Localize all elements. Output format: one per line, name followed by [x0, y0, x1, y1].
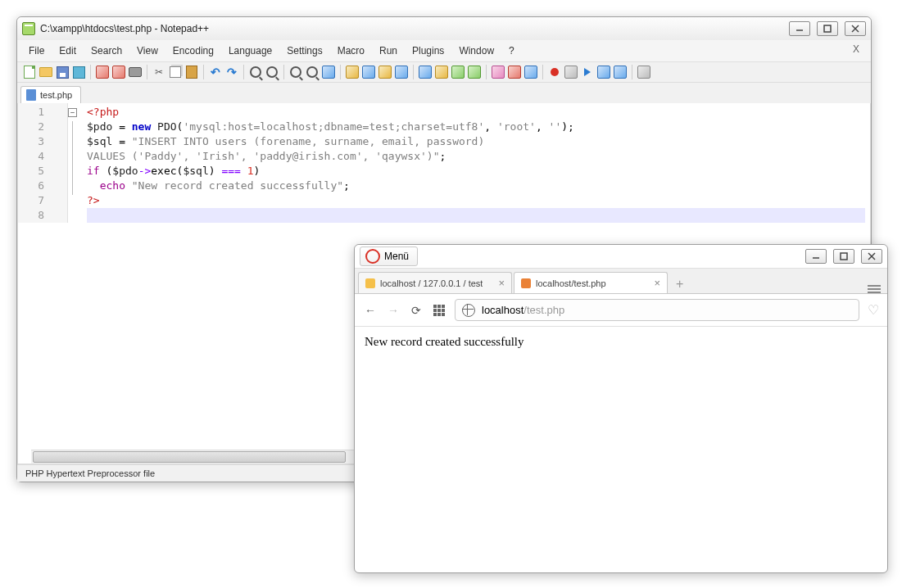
- opera-menu-label: Menü: [384, 251, 409, 262]
- fold-toggle-icon[interactable]: −: [68, 108, 77, 117]
- undo-icon[interactable]: ↶: [208, 65, 223, 79]
- notepad-toolbar: ✂ ↶ ↷: [17, 62, 871, 83]
- menu-encoding[interactable]: Encoding: [166, 42, 220, 60]
- paste-icon[interactable]: [184, 65, 199, 79]
- opera-menu-button[interactable]: Menü: [360, 247, 418, 266]
- file-tab[interactable]: test.php: [20, 86, 81, 103]
- toolbar-separator: [90, 65, 91, 79]
- redo-icon[interactable]: ↷: [224, 65, 239, 79]
- tool-icon[interactable]: [507, 65, 522, 79]
- browser-tab-label: localhost / 127.0.0.1 / test: [380, 278, 483, 288]
- all-chars-icon[interactable]: [361, 65, 376, 79]
- menu-file[interactable]: File: [22, 42, 51, 60]
- save-macro-icon[interactable]: [613, 65, 628, 79]
- phpmyadmin-favicon-icon: [365, 278, 375, 288]
- code-content[interactable]: <?php $pdo = new PDO('mysql:host=localho…: [82, 103, 870, 224]
- doc-map-icon[interactable]: [418, 65, 433, 79]
- page-content-text: New record created successfully: [365, 335, 524, 348]
- close-button[interactable]: [845, 21, 866, 36]
- toolbar-separator: [147, 65, 147, 79]
- print-icon[interactable]: [128, 65, 143, 79]
- toolbar-separator: [340, 65, 341, 79]
- menu-search[interactable]: Search: [84, 42, 129, 60]
- open-file-icon[interactable]: [39, 65, 53, 79]
- url-path: /test.php: [523, 304, 564, 316]
- wordwrap-icon[interactable]: [345, 65, 360, 79]
- menu-help[interactable]: ?: [502, 42, 521, 60]
- new-tab-button[interactable]: +: [669, 275, 690, 293]
- menu-window[interactable]: Window: [452, 42, 501, 60]
- back-button[interactable]: ←: [363, 303, 378, 318]
- menu-language[interactable]: Language: [222, 42, 279, 60]
- file-type-icon: [26, 89, 36, 101]
- func-list-icon[interactable]: [434, 65, 449, 79]
- maximize-button[interactable]: [817, 21, 838, 36]
- copy-icon[interactable]: [168, 65, 183, 79]
- line-number-gutter: 1 2 3 4 5 6 7 8: [18, 103, 68, 223]
- close-all-icon[interactable]: [111, 65, 126, 79]
- play-macro-icon[interactable]: [580, 65, 595, 79]
- url-host: localhost: [482, 304, 523, 316]
- menu-edit[interactable]: Edit: [52, 42, 83, 60]
- maximize-button[interactable]: [833, 249, 854, 264]
- toolbar-separator: [632, 65, 632, 79]
- minimize-button[interactable]: [805, 249, 827, 264]
- browser-toolbar: ← → ⟳ localhost/test.php ♡: [355, 294, 887, 327]
- zoom-out-icon[interactable]: [305, 65, 320, 79]
- menu-macro[interactable]: Macro: [331, 42, 371, 60]
- notepad-titlebar[interactable]: C:\xampp\htdocs\test.php - Notepad++: [17, 17, 871, 40]
- udl-icon[interactable]: [394, 65, 409, 79]
- svg-rect-1: [824, 25, 831, 32]
- fold-column: −: [67, 103, 79, 195]
- speed-dial-button[interactable]: [432, 303, 446, 318]
- sync-scroll-icon[interactable]: [321, 65, 336, 79]
- run-macro-icon[interactable]: [596, 65, 611, 79]
- extra-tool-icon[interactable]: [637, 65, 651, 79]
- menubar-close-button[interactable]: X: [846, 42, 866, 60]
- menu-plugins[interactable]: Plugins: [406, 42, 451, 60]
- bookmark-heart-icon[interactable]: ♡: [868, 302, 879, 318]
- record-macro-icon[interactable]: [547, 65, 562, 79]
- cut-icon[interactable]: ✂: [152, 65, 166, 79]
- menu-view[interactable]: View: [130, 42, 165, 60]
- forward-button[interactable]: →: [386, 303, 401, 318]
- tab-menu-icon[interactable]: [864, 285, 884, 293]
- replace-icon[interactable]: [265, 65, 279, 79]
- save-icon[interactable]: [55, 65, 70, 79]
- notepad-title: C:\xampp\htdocs\test.php - Notepad++: [35, 23, 789, 34]
- reload-button[interactable]: ⟳: [409, 303, 424, 318]
- minimize-button[interactable]: [789, 21, 810, 36]
- menu-run[interactable]: Run: [373, 42, 404, 60]
- menu-settings[interactable]: Settings: [280, 42, 329, 60]
- monitoring-icon[interactable]: [467, 65, 482, 79]
- stop-macro-icon[interactable]: [564, 65, 578, 79]
- toolbar-separator: [542, 65, 543, 79]
- toolbar-separator: [283, 65, 284, 79]
- indent-guide-icon[interactable]: [378, 65, 392, 79]
- address-bar[interactable]: localhost/test.php: [455, 299, 859, 321]
- browser-tabstrip: localhost / 127.0.0.1 / test × localhost…: [355, 269, 887, 294]
- save-all-icon[interactable]: [71, 65, 86, 79]
- file-tab-label: test.php: [40, 90, 72, 100]
- browser-tab[interactable]: localhost/test.php ×: [514, 272, 668, 293]
- find-icon[interactable]: [248, 65, 263, 79]
- browser-tab[interactable]: localhost / 127.0.0.1 / test ×: [358, 272, 512, 293]
- tab-close-icon[interactable]: ×: [493, 277, 505, 289]
- folder-workspace-icon[interactable]: [451, 65, 465, 79]
- close-file-icon[interactable]: [95, 65, 110, 79]
- tool-icon[interactable]: [523, 65, 538, 79]
- browser-window: Menü localhost / 127.0.0.1 / test × loca…: [354, 244, 888, 573]
- tool-icon[interactable]: [491, 65, 505, 79]
- toolbar-separator: [243, 65, 244, 79]
- tab-close-icon[interactable]: ×: [649, 277, 660, 289]
- toolbar-separator: [486, 65, 487, 79]
- close-button[interactable]: [861, 249, 882, 264]
- opera-logo-icon: [365, 249, 380, 264]
- toolbar-separator: [203, 65, 204, 79]
- url-input[interactable]: [571, 303, 852, 317]
- svg-rect-5: [841, 253, 847, 260]
- new-file-icon[interactable]: [22, 65, 37, 79]
- browser-viewport: New record created successfully: [355, 327, 887, 572]
- browser-titlebar[interactable]: Menü: [355, 245, 887, 269]
- zoom-in-icon[interactable]: [288, 65, 303, 79]
